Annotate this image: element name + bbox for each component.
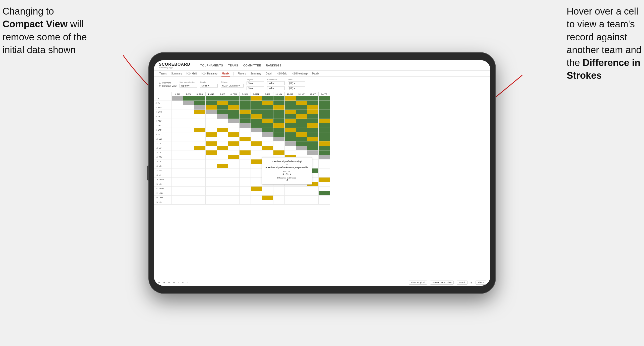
matrix-cell[interactable] <box>228 141 239 146</box>
matrix-cell[interactable] <box>239 146 251 150</box>
toolbar-remove[interactable]: ⊖ <box>173 281 175 284</box>
matrix-cell[interactable] <box>284 191 296 196</box>
matrix-cell[interactable] <box>318 178 330 182</box>
matrix-cell[interactable] <box>228 187 239 191</box>
matrix-cell[interactable] <box>183 191 194 196</box>
matrix-cell[interactable] <box>273 137 284 141</box>
matrix-cell[interactable] <box>228 128 239 132</box>
matrix-cell[interactable] <box>307 187 318 191</box>
matrix-cell[interactable] <box>239 196 251 200</box>
matrix-cell[interactable] <box>205 114 217 119</box>
matrix-cell[interactable] <box>217 173 228 178</box>
matrix-cell[interactable] <box>251 101 262 105</box>
matrix-cell[interactable] <box>194 200 205 205</box>
matrix-cell[interactable] <box>171 114 183 119</box>
matrix-cell[interactable] <box>284 105 296 110</box>
matrix-cell[interactable] <box>205 141 217 146</box>
matrix-cell[interactable] <box>251 155 262 159</box>
matrix-cell[interactable] <box>205 119 217 123</box>
matrix-cell[interactable] <box>194 182 205 187</box>
matrix-cell[interactable] <box>296 132 307 137</box>
matrix-cell[interactable] <box>194 105 205 110</box>
matrix-cell[interactable] <box>284 123 296 128</box>
matrix-cell[interactable] <box>217 141 228 146</box>
matrix-cell[interactable] <box>296 150 307 155</box>
matrix-cell[interactable] <box>273 150 284 155</box>
tab-h2h-heatmap-1[interactable]: H2H Heatmap <box>201 71 218 77</box>
matrix-cell[interactable] <box>228 182 239 187</box>
matrix-cell[interactable] <box>273 196 284 200</box>
matrix-cell[interactable] <box>228 191 239 196</box>
matrix-cell[interactable] <box>205 155 217 159</box>
matrix-cell[interactable] <box>239 132 251 137</box>
matrix-cell[interactable] <box>194 173 205 178</box>
matrix-scroll[interactable]: 1. AU 2. VU 3. ASU 4. UNC 5. UT 6. FSU 7… <box>154 92 490 279</box>
matrix-cell[interactable] <box>318 168 330 173</box>
matrix-cell[interactable] <box>171 110 183 114</box>
matrix-cell[interactable] <box>296 114 307 119</box>
matrix-cell[interactable] <box>284 196 296 200</box>
matrix-cell[interactable] <box>217 196 228 200</box>
matrix-cell[interactable] <box>217 123 228 128</box>
matrix-cell[interactable] <box>262 200 273 205</box>
matrix-cell[interactable] <box>239 200 251 205</box>
matrix-cell[interactable] <box>307 119 318 123</box>
matrix-cell[interactable] <box>183 187 194 191</box>
matrix-cell[interactable] <box>251 168 262 173</box>
matrix-cell[interactable] <box>318 200 330 205</box>
matrix-cell[interactable] <box>318 114 330 119</box>
matrix-cell[interactable] <box>239 168 251 173</box>
matrix-cell[interactable] <box>239 187 251 191</box>
matrix-cell[interactable] <box>183 182 194 187</box>
matrix-cell[interactable] <box>205 132 217 137</box>
tab-teams[interactable]: Teams <box>159 71 167 77</box>
matrix-cell[interactable] <box>307 114 318 119</box>
matrix-cell[interactable] <box>284 101 296 105</box>
matrix-cell[interactable] <box>205 150 217 155</box>
matrix-cell[interactable] <box>217 150 228 155</box>
matrix-cell[interactable] <box>183 155 194 159</box>
matrix-cell[interactable] <box>239 191 251 196</box>
matrix-cell[interactable] <box>262 150 273 155</box>
matrix-cell[interactable] <box>183 96 194 101</box>
matrix-cell[interactable] <box>171 101 183 105</box>
matrix-cell[interactable] <box>251 173 262 178</box>
matrix-cell[interactable] <box>239 128 251 132</box>
matrix-cell[interactable] <box>262 110 273 114</box>
matrix-cell[interactable] <box>205 178 217 182</box>
matrix-cell[interactable] <box>273 123 284 128</box>
matrix-cell[interactable] <box>217 101 228 105</box>
matrix-cell[interactable] <box>171 191 183 196</box>
matrix-cell[interactable] <box>228 164 239 168</box>
matrix-cell[interactable] <box>205 123 217 128</box>
matrix-cell[interactable] <box>273 132 284 137</box>
matrix-cell[interactable] <box>284 200 296 205</box>
tablet-side-button[interactable] <box>147 165 149 181</box>
matrix-cell[interactable] <box>307 128 318 132</box>
matrix-cell[interactable] <box>296 128 307 132</box>
matrix-cell[interactable] <box>318 173 330 178</box>
matrix-cell[interactable] <box>183 105 194 110</box>
matrix-cell[interactable] <box>183 200 194 205</box>
toolbar-redo[interactable]: ↪ <box>163 281 165 284</box>
matrix-cell[interactable] <box>273 146 284 150</box>
matrix-cell[interactable] <box>205 164 217 168</box>
matrix-cell[interactable] <box>251 123 262 128</box>
conference-select-1[interactable]: (All) ▾ <box>267 81 285 85</box>
matrix-cell[interactable] <box>171 196 183 200</box>
matrix-cell[interactable] <box>318 196 330 200</box>
matrix-cell[interactable] <box>171 105 183 110</box>
matrix-cell[interactable] <box>183 168 194 173</box>
matrix-cell[interactable] <box>171 119 183 123</box>
matrix-cell[interactable] <box>228 137 239 141</box>
matrix-cell[interactable] <box>194 159 205 164</box>
matrix-cell[interactable] <box>217 155 228 159</box>
matrix-cell[interactable] <box>296 110 307 114</box>
matrix-cell[interactable] <box>251 159 262 164</box>
compact-view-radio[interactable]: Compact View <box>159 85 177 87</box>
matrix-cell[interactable] <box>251 96 262 101</box>
matrix-cell[interactable] <box>307 132 318 137</box>
matrix-cell[interactable] <box>251 114 262 119</box>
matrix-cell[interactable] <box>183 114 194 119</box>
matrix-cell[interactable] <box>273 141 284 146</box>
